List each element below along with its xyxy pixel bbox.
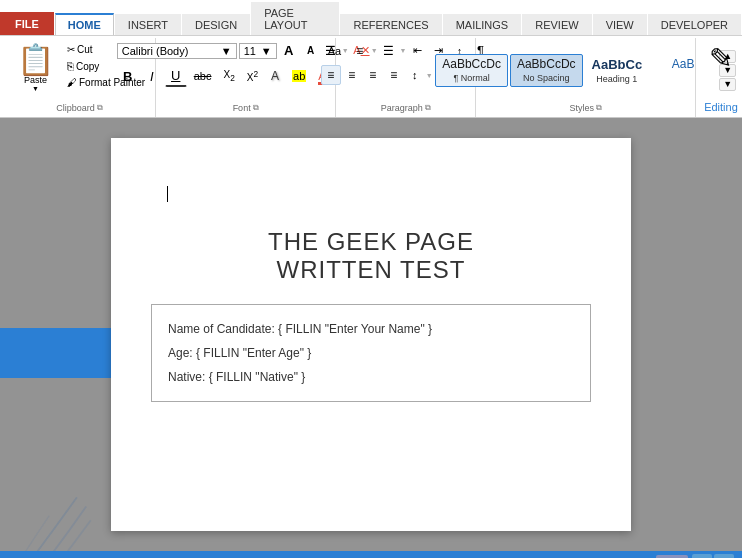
status-right-buttons — [692, 554, 734, 558]
paragraph-group-label: Paragraph ⧉ — [342, 101, 469, 115]
highlight-icon: ab — [292, 70, 306, 82]
strikethrough-button[interactable]: abc — [189, 67, 217, 85]
superscript-button[interactable]: X2 — [242, 66, 263, 86]
font-expand-icon[interactable]: ⧉ — [253, 103, 259, 113]
tab-review[interactable]: REVIEW — [522, 14, 591, 35]
status-button-1[interactable] — [692, 554, 712, 558]
form-field-2: Age: { FILLIN "Enter Age" } — [168, 341, 574, 365]
numbering-dropdown-icon: ▼ — [371, 47, 378, 54]
font-size-selector[interactable]: 11 ▼ — [239, 43, 277, 59]
style-normal[interactable]: AaBbCcDc ¶ Normal — [435, 54, 508, 87]
tab-home[interactable]: HOME — [55, 13, 114, 35]
paste-icon: 📋 — [17, 45, 54, 75]
justify-button[interactable]: ≡ — [384, 65, 404, 85]
highlight-button[interactable]: ab — [287, 67, 311, 85]
align-center-button[interactable]: ≡ — [342, 65, 362, 85]
editing-group: ✎ Editing — [696, 38, 742, 117]
font-grow-button[interactable]: A — [279, 40, 299, 61]
bold-button[interactable]: B — [117, 66, 139, 87]
multilevel-dropdown-icon: ▼ — [400, 47, 407, 54]
subscript-button[interactable]: X2 — [218, 66, 239, 86]
style-heading1-label: Heading 1 — [596, 74, 637, 84]
ribbon: FILE HOME INSERT DESIGN PAGE LAYOUT REFE… — [0, 0, 742, 118]
style-items: AaBbCcDc ¶ Normal AaBbCcDc No Spacing Aa… — [435, 54, 715, 87]
form-field-3: Native: { FILLIN "Native" } — [168, 365, 574, 389]
left-decoration — [0, 198, 50, 551]
font-group: Calibri (Body) ▼ 11 ▼ A A Aa A✕ B I — [156, 38, 336, 117]
decorative-lines — [0, 488, 100, 551]
status-button-2[interactable] — [714, 554, 734, 558]
style-heading1[interactable]: AaBbCc Heading 1 — [585, 54, 650, 87]
style-normal-preview: AaBbCcDc — [442, 57, 501, 71]
clipboard-expand-icon[interactable]: ⧉ — [97, 103, 103, 113]
text-cursor — [167, 186, 168, 202]
paste-dropdown-icon: ▼ — [32, 85, 39, 92]
styles-group-label: Styles ⧉ — [482, 101, 689, 115]
copy-icon: ⎘ — [67, 60, 74, 72]
style-no-spacing[interactable]: AaBbCcDc No Spacing — [510, 54, 583, 87]
bullets-button[interactable]: ☰ — [321, 41, 341, 61]
style-heading1-preview: AaBbCc — [592, 57, 643, 73]
italic-button[interactable]: I — [141, 66, 163, 87]
style-no-spacing-preview: AaBbCcDc — [517, 57, 576, 71]
styles-expand-icon[interactable]: ⧉ — [596, 103, 602, 113]
tab-developer[interactable]: DEVELOPER — [648, 14, 741, 35]
font-size-dropdown-icon: ▼ — [261, 45, 272, 57]
tab-view[interactable]: VIEW — [593, 14, 647, 35]
copy-label: Copy — [76, 61, 99, 72]
style-heading2-preview: AaB — [672, 57, 695, 71]
style-no-spacing-label: No Spacing — [523, 73, 570, 83]
tab-design[interactable]: DESIGN — [182, 14, 250, 35]
ribbon-content: 📋 Paste ▼ ✂ Cut ⎘ Copy — [0, 35, 742, 117]
clipboard-group-label: Clipboard ⧉ — [10, 101, 149, 115]
tab-bar: FILE HOME INSERT DESIGN PAGE LAYOUT REFE… — [0, 0, 742, 35]
text-effect-button[interactable]: A — [265, 66, 285, 86]
bullets-dropdown-icon: ▼ — [342, 47, 349, 54]
cursor-blink — [167, 186, 168, 202]
php-badge: php — [656, 555, 688, 559]
style-normal-label: ¶ Normal — [453, 73, 489, 83]
multilevel-button[interactable]: ☰ — [379, 41, 399, 61]
font-shrink-button[interactable]: A — [301, 42, 321, 59]
tab-file[interactable]: FILE — [0, 12, 54, 35]
tab-mailings[interactable]: MAILINGS — [443, 14, 522, 35]
document-title: THE GEEK PAGE WRITTEN TEST — [151, 228, 591, 284]
decrease-indent-button[interactable]: ⇤ — [408, 41, 428, 60]
cut-label: Cut — [77, 44, 93, 55]
document-area: THE GEEK PAGE WRITTEN TEST Name of Candi… — [0, 118, 742, 551]
paste-button[interactable]: 📋 Paste ▼ — [10, 40, 61, 97]
form-box: Name of Candidate: { FILLIN "Enter Your … — [151, 304, 591, 402]
font-group-label: Font ⧉ — [162, 101, 329, 115]
editing-content: ✎ Editing — [704, 42, 738, 113]
editing-label: Editing — [704, 101, 738, 113]
format-painter-icon: 🖌 — [67, 77, 77, 88]
styles-group: AaBbCcDc ¶ Normal AaBbCcDc No Spacing Aa… — [476, 38, 696, 117]
form-field-1: Name of Candidate: { FILLIN "Enter Your … — [168, 317, 574, 341]
page: THE GEEK PAGE WRITTEN TEST Name of Candi… — [111, 138, 631, 531]
title-line-1: THE GEEK PAGE — [151, 228, 591, 256]
tab-page-layout[interactable]: PAGE LAYOUT — [251, 2, 339, 35]
title-line-2: WRITTEN TEST — [151, 256, 591, 284]
paragraph-expand-icon[interactable]: ⧉ — [425, 103, 431, 113]
underline-button[interactable]: U — [165, 65, 187, 87]
paste-label: Paste — [24, 75, 47, 85]
numbering-button[interactable]: ≡ — [350, 41, 370, 61]
font-family-selector[interactable]: Calibri (Body) ▼ — [117, 43, 237, 59]
line-spacing-button[interactable]: ↕ — [405, 66, 425, 84]
tab-insert[interactable]: INSERT — [115, 14, 181, 35]
styles-group-content: AaBbCcDc ¶ Normal AaBbCcDc No Spacing Aa… — [435, 40, 736, 101]
status-bar: php — [0, 551, 742, 558]
line-spacing-dropdown-icon: ▼ — [426, 72, 433, 79]
tab-references[interactable]: REFERENCES — [340, 14, 441, 35]
editing-icon: ✎ — [709, 42, 732, 75]
align-right-button[interactable]: ≡ — [363, 65, 383, 85]
align-left-button[interactable]: ≡ — [321, 65, 341, 85]
cut-icon: ✂ — [67, 44, 75, 55]
font-family-dropdown-icon: ▼ — [221, 45, 232, 57]
